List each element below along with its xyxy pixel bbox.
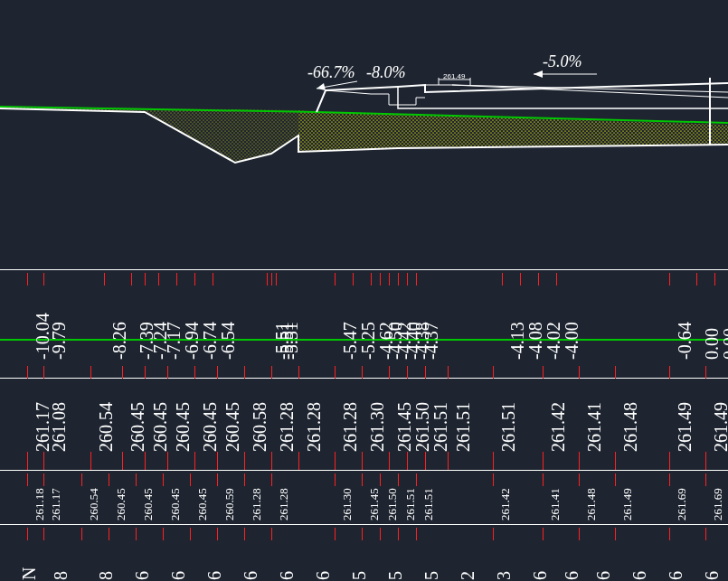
tick-mark: [705, 528, 706, 540]
tick-mark: [194, 366, 195, 379]
data-value: 261.42: [548, 402, 569, 452]
data-value: 3: [494, 571, 515, 580]
tick-mark: [669, 452, 670, 470]
data-value: -5.51: [281, 322, 302, 360]
tick-mark: [167, 452, 168, 470]
tick-mark: [176, 273, 177, 286]
data-value: 261.49: [620, 488, 635, 520]
tick-mark: [416, 473, 417, 486]
tick-mark: [27, 473, 28, 486]
tick-mark: [398, 273, 399, 286]
tick-mark: [122, 452, 123, 470]
tick-mark: [493, 366, 494, 379]
data-value: 261.51: [453, 402, 474, 452]
data-value: 6: [666, 571, 686, 580]
data-value: 6: [702, 571, 723, 580]
tick-mark: [217, 528, 218, 540]
data-value: 6: [629, 571, 650, 580]
tick-mark: [398, 528, 399, 540]
data-value: 6: [313, 571, 334, 580]
tick-mark: [244, 366, 245, 379]
data-value: 6: [530, 571, 551, 580]
tick-mark: [705, 473, 706, 486]
data-value: 260.45: [128, 402, 148, 452]
data-value: 260.58: [250, 402, 270, 452]
tick-mark: [335, 366, 336, 379]
tick-mark: [502, 273, 503, 286]
data-value: -8.26: [109, 322, 130, 360]
tick-mark: [714, 273, 715, 286]
tick-mark: [163, 473, 164, 486]
data-value: 6: [168, 571, 189, 580]
data-value: 260.54: [96, 402, 117, 452]
tick-mark: [543, 473, 544, 486]
tick-mark: [244, 528, 245, 540]
cad-viewport[interactable]: -66.7% -8.0% -5.0% 261.49 -10.04-9.79-8.…: [0, 0, 728, 581]
cross-section-svg: [0, 0, 728, 271]
tick-mark: [362, 452, 363, 470]
data-value: 261.28: [304, 402, 325, 452]
tick-mark: [615, 452, 616, 470]
data-value: 260.45: [141, 488, 156, 520]
tick-mark: [543, 528, 544, 540]
tick-mark: [371, 273, 372, 286]
tick-mark: [389, 273, 390, 286]
tick-mark: [335, 528, 336, 540]
svg-marker-11: [534, 70, 543, 78]
data-value: 6: [204, 571, 225, 580]
tick-mark: [705, 452, 706, 470]
tick-mark: [276, 273, 277, 286]
data-value: 260.45: [173, 402, 194, 452]
tick-mark: [520, 273, 521, 286]
tick-mark: [27, 528, 28, 540]
tick-mark: [543, 452, 544, 470]
tick-mark: [122, 366, 123, 379]
tick-mark: [298, 366, 299, 379]
data-value: 261.08: [49, 402, 70, 452]
tick-mark: [43, 473, 44, 486]
tick-mark: [579, 366, 580, 379]
data-value: 6: [277, 571, 298, 580]
tick-mark: [398, 473, 399, 486]
tick-mark: [416, 528, 417, 540]
data-value: 261.49: [675, 402, 695, 452]
tick-mark: [579, 473, 580, 486]
data-value: 260.45: [114, 488, 128, 520]
svg-marker-4: [0, 107, 728, 163]
tick-mark: [407, 452, 408, 470]
data-value: 260.45: [150, 402, 171, 452]
data-value: 2: [458, 571, 478, 580]
tick-mark: [380, 273, 381, 286]
data-value: 261.30: [367, 402, 388, 452]
tick-mark: [43, 366, 44, 379]
tick-mark: [335, 473, 336, 486]
tick-mark: [389, 452, 390, 470]
data-value: 6: [241, 571, 261, 580]
data-value: 260.59: [222, 488, 237, 520]
data-value: 5: [385, 571, 406, 580]
tick-mark: [543, 366, 544, 379]
data-value: -4.00: [562, 322, 582, 360]
data-value: 261.51: [430, 402, 451, 452]
tick-mark: [271, 273, 272, 286]
tick-mark: [267, 273, 268, 286]
data-value: 5: [421, 571, 442, 580]
tick-mark: [217, 473, 218, 486]
data-value: 261.28: [277, 488, 291, 520]
drawing-area: -66.7% -8.0% -5.0% 261.49 -10.04-9.79-8.…: [0, 0, 728, 581]
data-value: 261.69: [675, 488, 689, 520]
tick-mark: [131, 273, 132, 286]
slope-label: -66.7%: [307, 63, 355, 82]
tick-mark: [538, 273, 539, 286]
tick-mark: [163, 528, 164, 540]
data-value: -0.64: [675, 322, 695, 360]
tick-mark: [81, 528, 82, 540]
tick-mark: [389, 366, 390, 379]
tick-mark: [244, 452, 245, 470]
data-value: 261.50: [385, 488, 400, 520]
tick-mark: [190, 473, 191, 486]
slope-label: -8.0%: [366, 63, 406, 82]
dim-label: 261.49: [443, 72, 465, 80]
tick-mark: [353, 273, 354, 286]
data-value: 260.45: [200, 402, 221, 452]
